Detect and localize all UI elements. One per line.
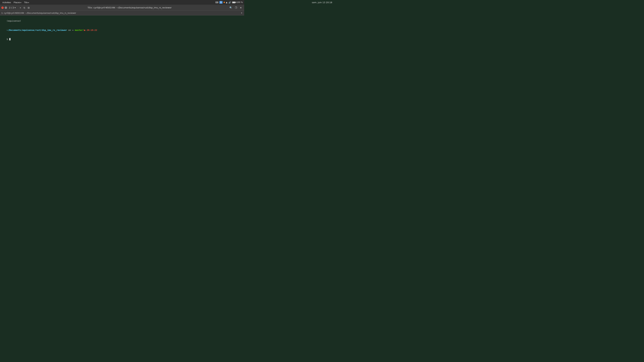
system-bar-left: Activities Places▾ Tilix▾ bbox=[1, 1, 30, 4]
search-button[interactable]: 🔍 bbox=[228, 6, 233, 9]
terminal-path: ~/Documents/equisense/rust/dsp_imu_rs_re… bbox=[6, 29, 67, 31]
window-title: Tilix: cyril@cyril-N501VW: ~/Documents/e… bbox=[31, 6, 228, 9]
terminal-env: (equisense) bbox=[6, 19, 21, 22]
title-bar-actions: + ⎗ ⊟ bbox=[18, 6, 31, 9]
terminal-dot: ● bbox=[84, 29, 85, 31]
places-arrow-icon: ▾ bbox=[20, 2, 21, 3]
path-dropdown-button[interactable]: ▾ bbox=[240, 11, 243, 14]
split-icon: ⊟ bbox=[28, 6, 30, 9]
restore-button[interactable]: ❐ bbox=[234, 6, 238, 9]
close-window-button[interactable]: × bbox=[1, 6, 4, 9]
num-badge: 1 bbox=[219, 1, 222, 4]
minimize-window-button[interactable]: — bbox=[5, 6, 7, 9]
system-bar-right: ⌨ 1 ▲ 🔊 100 % bbox=[215, 1, 243, 4]
path-text: 1: cyril@cyril-N501VW: ~/Documents/equis… bbox=[1, 12, 240, 14]
network-dot-icon bbox=[224, 2, 225, 3]
wifi-icon: ▲ bbox=[226, 1, 228, 3]
close-button[interactable]: ✕ bbox=[239, 6, 243, 9]
minimize-icon: — bbox=[5, 7, 7, 8]
terminal[interactable]: (equisense) ~/Documents/equisense/rust/d… bbox=[0, 15, 244, 137]
title-bar: × — 2 / 2 ▾ + ⎗ ⊟ Tilix: cyril@cyril-N50… bbox=[0, 5, 244, 11]
tilix-label: Tilix bbox=[24, 1, 28, 4]
tab-counter: 2 / 2 ▾ bbox=[9, 6, 16, 9]
tab-counter-dropdown-button[interactable]: ▾ bbox=[14, 6, 16, 9]
status-icons: ⌨ 1 ▲ 🔊 100 % bbox=[215, 1, 243, 4]
terminal-prompt: $ bbox=[6, 38, 9, 40]
keyboard-icon: ⌨ bbox=[215, 1, 218, 4]
add-tab-button[interactable]: + bbox=[18, 6, 22, 9]
terminal-line-cursor: $ bbox=[1, 35, 243, 44]
path-bar: 1: cyril@cyril-N501VW: ~/Documents/equis… bbox=[0, 11, 244, 15]
places-label: Places bbox=[14, 1, 20, 4]
tilix-arrow-icon: ▾ bbox=[28, 2, 29, 3]
terminal-cursor bbox=[9, 38, 10, 40]
terminal-branch: master! bbox=[74, 29, 84, 31]
terminal-line-prompt: ~/Documents/equisense/rust/dsp_imu_rs_re… bbox=[1, 26, 243, 35]
tilix-button[interactable]: Tilix▾ bbox=[23, 1, 30, 4]
split-terminal-button[interactable]: ⊟ bbox=[27, 6, 31, 9]
terminal-time: 20:18:22 bbox=[85, 29, 97, 31]
places-button[interactable]: Places▾ bbox=[12, 1, 22, 4]
battery-icon bbox=[232, 1, 236, 3]
window-actions-right: 🔍 ❐ ✕ bbox=[228, 6, 243, 9]
battery-percent: 100 % bbox=[236, 1, 243, 3]
restore-icon: ❐ bbox=[235, 6, 237, 9]
detach-icon: ⎗ bbox=[24, 6, 25, 9]
search-icon: 🔍 bbox=[230, 6, 232, 9]
system-bar: Activities Places▾ Tilix▾ sam. juin 13 2… bbox=[0, 0, 244, 5]
window-controls: × — bbox=[1, 6, 7, 9]
close-icon: ✕ bbox=[240, 6, 242, 9]
terminal-on: on bbox=[67, 29, 72, 31]
tab-counter-text: 2 / 2 bbox=[9, 6, 14, 9]
close-icon: × bbox=[2, 7, 3, 8]
volume-icon: 🔊 bbox=[228, 1, 231, 4]
activities-button[interactable]: Activities bbox=[1, 1, 12, 4]
terminal-line-env: (equisense) bbox=[1, 16, 243, 26]
detach-tab-button[interactable]: ⎗ bbox=[23, 6, 26, 9]
